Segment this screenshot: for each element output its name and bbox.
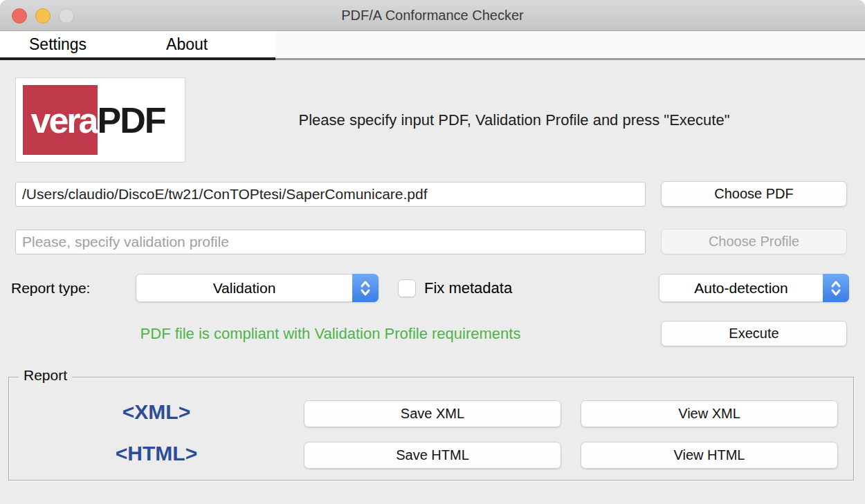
verapdf-logo: vera PDF bbox=[15, 77, 185, 162]
flavour-selected-value: Auto-detection bbox=[659, 280, 823, 297]
menu-settings[interactable]: Settings bbox=[29, 35, 86, 54]
view-html-button[interactable]: View HTML bbox=[581, 442, 838, 469]
minimize-button[interactable] bbox=[35, 8, 51, 24]
html-format-label: <HTML> bbox=[70, 440, 243, 467]
fix-metadata-label: Fix metadata bbox=[424, 274, 512, 302]
logo-text-pdf: PDF bbox=[98, 100, 165, 141]
validation-profile-input[interactable] bbox=[15, 230, 646, 254]
logo-white-panel: PDF bbox=[98, 85, 178, 155]
instruction-text: Please specify input PDF, Validation Pro… bbox=[185, 77, 843, 162]
report-group-title: Report bbox=[19, 367, 72, 384]
window-title: PDF/A Conformance Checker bbox=[0, 0, 865, 31]
title-bar: PDF/A Conformance Checker bbox=[0, 0, 865, 31]
flavour-select[interactable]: Auto-detection bbox=[659, 274, 849, 302]
menu-bar-active-area: Settings About bbox=[0, 31, 275, 60]
report-type-label: Report type: bbox=[11, 274, 90, 302]
app-window: PDF/A Conformance Checker Settings About… bbox=[0, 0, 865, 504]
report-type-selected-value: Validation bbox=[136, 280, 352, 297]
choose-pdf-button[interactable]: Choose PDF bbox=[661, 181, 847, 207]
xml-format-label: <XML> bbox=[70, 398, 243, 426]
save-xml-button[interactable]: Save XML bbox=[304, 400, 561, 427]
pdf-path-input[interactable] bbox=[15, 182, 646, 207]
choose-profile-button: Choose Profile bbox=[661, 229, 847, 254]
menu-about[interactable]: About bbox=[166, 35, 208, 54]
menu-bar: Settings About bbox=[0, 31, 865, 60]
save-html-button[interactable]: Save HTML bbox=[304, 442, 561, 469]
logo-red-panel: vera bbox=[23, 85, 98, 155]
close-button[interactable] bbox=[12, 8, 27, 24]
fix-metadata-checkbox[interactable] bbox=[398, 279, 416, 297]
logo-text-vera: vera bbox=[31, 100, 98, 141]
report-group: Report <XML> Save XML View XML <HTML> Sa… bbox=[8, 377, 854, 480]
view-xml-button[interactable]: View XML bbox=[581, 400, 838, 427]
compliance-status-text: PDF file is compliant with Validation Pr… bbox=[15, 321, 646, 346]
report-type-select[interactable]: Validation bbox=[136, 274, 379, 302]
execute-button[interactable]: Execute bbox=[661, 321, 847, 346]
zoom-button bbox=[59, 8, 74, 24]
chevron-up-down-icon bbox=[352, 274, 379, 302]
chevron-up-down-icon bbox=[823, 274, 849, 302]
